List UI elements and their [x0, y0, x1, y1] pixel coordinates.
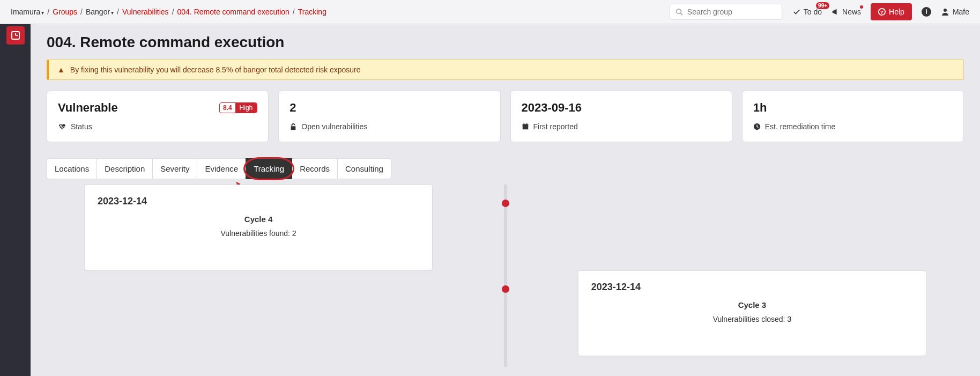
heartbeat-icon — [58, 123, 66, 130]
timeline-cycle: Cycle 3 — [591, 300, 913, 309]
timeline-dot — [502, 285, 509, 293]
stat-status: Vulnerable 8.4 High Status — [47, 91, 269, 142]
tab-description[interactable]: Description — [96, 158, 153, 179]
tabs: Locations Description Severity Evidence … — [47, 158, 964, 179]
notification-dot — [860, 5, 863, 9]
user-menu[interactable]: Mafe — [941, 8, 969, 16]
svg-rect-8 — [291, 126, 296, 130]
alert-message: By fixing this vulnerability you will de… — [70, 65, 361, 74]
svg-rect-10 — [522, 124, 528, 126]
breadcrumb-groups[interactable]: Groups — [53, 8, 77, 16]
timeline-detail: Vulnerabilities found: 2 — [98, 229, 419, 238]
tab-severity[interactable]: Severity — [152, 158, 197, 179]
chevron-down-icon: ▾ — [111, 10, 114, 16]
search-icon — [675, 8, 683, 16]
page-title: 004. Remote command execution — [47, 34, 964, 51]
tab-records[interactable]: Records — [292, 158, 338, 179]
breadcrumb-group[interactable]: Bangor▾ — [86, 8, 114, 16]
bullhorn-icon — [831, 8, 839, 16]
todo-link[interactable]: To do 99+ — [793, 8, 822, 16]
timeline-card: 2023-12-14 Cycle 4 Vulnerabilities found… — [84, 185, 433, 270]
stat-open-value: 2 — [289, 101, 296, 115]
tab-evidence[interactable]: Evidence — [197, 158, 246, 179]
top-bar: Imamura▾ / Groups / Bangor▾ / Vulnerabil… — [0, 0, 980, 24]
chevron-down-icon: ▾ — [41, 10, 44, 16]
risk-alert: ▲ By fixing this vulnerability you will … — [47, 60, 964, 80]
breadcrumb: Imamura▾ / Groups / Bangor▾ / Vulnerabil… — [11, 8, 670, 16]
timeline-card: 2023-12-14 Cycle 3 Vulnerabilities close… — [578, 270, 926, 356]
timeline-dot — [502, 200, 509, 207]
timeline-date: 2023-12-14 — [591, 282, 913, 293]
svg-point-4 — [944, 9, 947, 12]
app-logo[interactable] — [6, 26, 25, 45]
news-link[interactable]: News — [831, 8, 861, 16]
clock-icon — [753, 123, 761, 130]
timeline-detail: Vulnerabilities closed: 3 — [591, 315, 913, 323]
timeline: 2023-12-14 Cycle 4 Vulnerabilities found… — [47, 185, 964, 367]
main-content: 004. Remote command execution ▲ By fixin… — [31, 24, 980, 376]
search-box[interactable] — [670, 4, 782, 20]
breadcrumb-org[interactable]: Imamura▾ — [11, 8, 44, 16]
svg-line-1 — [680, 13, 682, 16]
breadcrumb-current: Tracking — [298, 8, 326, 16]
sidebar — [0, 24, 31, 376]
stat-open: 2 Open vulnerabilities — [278, 91, 500, 142]
stat-status-value: Vulnerable — [58, 101, 118, 115]
search-input[interactable] — [687, 8, 781, 16]
user-icon — [941, 8, 949, 16]
info-button[interactable]: i — [922, 7, 931, 17]
question-icon: ? — [878, 8, 886, 16]
breadcrumb-section[interactable]: Vulnerabilities — [122, 8, 169, 16]
top-actions: To do 99+ News ? Help i Mafe — [793, 3, 980, 20]
check-icon — [793, 8, 800, 16]
svg-text:?: ? — [880, 10, 883, 15]
tab-tracking[interactable]: Tracking ➚ — [246, 158, 292, 179]
help-button[interactable]: ? Help — [871, 3, 912, 20]
svg-point-0 — [677, 9, 681, 14]
todo-badge: 99+ — [816, 2, 829, 9]
stat-first-reported: 2023-09-16 First reported — [510, 91, 732, 142]
breadcrumb-finding[interactable]: 004. Remote command execution — [177, 8, 289, 16]
tab-consulting[interactable]: Consulting — [337, 158, 391, 179]
stat-first-value: 2023-09-16 — [522, 101, 582, 115]
warning-icon: ▲ — [57, 65, 65, 74]
stat-eta-value: 1h — [753, 101, 767, 115]
timeline-date: 2023-12-14 — [98, 196, 419, 207]
timeline-item: 2023-12-14 Cycle 4 Vulnerabilities found… — [47, 185, 964, 270]
timeline-item: 2023-12-14 Cycle 3 Vulnerabilities close… — [47, 270, 964, 356]
stats-row: Vulnerable 8.4 High Status 2 — [47, 91, 964, 142]
timeline-cycle: Cycle 4 — [98, 215, 419, 224]
unlock-icon — [289, 123, 297, 130]
stat-eta: 1h Est. remediation time — [742, 91, 964, 142]
tab-locations[interactable]: Locations — [47, 158, 97, 179]
calendar-icon — [522, 123, 529, 130]
severity-badge: 8.4 High — [219, 102, 257, 113]
